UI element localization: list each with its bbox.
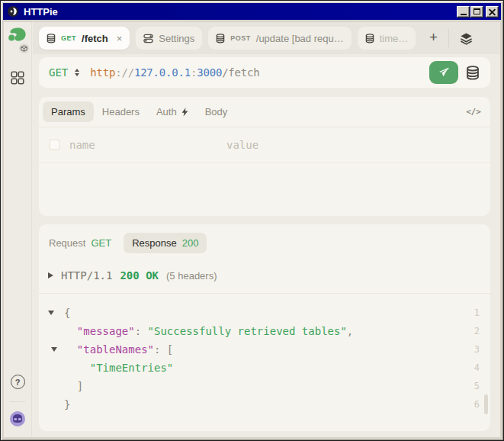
param-value-input[interactable] — [226, 139, 480, 151]
tab-title: Settings — [159, 33, 194, 44]
app-window: HTTPie — [0, 0, 504, 441]
new-tab-button[interactable]: + — [422, 30, 445, 47]
json-punct: { — [64, 304, 70, 322]
json-line: ] 5 — [48, 377, 490, 395]
tab-title: time… — [380, 33, 409, 44]
json-key: "tableNames" — [77, 340, 154, 359]
expand-headers-icon[interactable] — [48, 272, 53, 278]
tab-params[interactable]: Params — [43, 101, 94, 122]
tab-strip: GET /fetch × Settings — [33, 22, 500, 54]
json-string: "Successfully retrieved tables" — [148, 322, 347, 340]
url-host: 127.0.0.1 — [134, 66, 191, 79]
tab-body[interactable]: Body — [197, 101, 236, 122]
request-tab-label: Request — [49, 237, 85, 249]
close-button[interactable] — [486, 6, 499, 18]
tab-auth-label: Auth — [156, 106, 177, 117]
method-select[interactable]: GET — [49, 66, 68, 79]
window-title: HTTPie — [24, 6, 456, 18]
tab-method: GET — [61, 34, 76, 42]
json-line: } 6 — [48, 395, 490, 414]
line-number: 2 — [474, 322, 480, 340]
code-view-toggle[interactable]: </> — [466, 107, 481, 117]
response-status-line[interactable]: HTTP/1.1 200 OK (5 headers) — [39, 257, 490, 294]
tabstrip-divider — [448, 29, 449, 47]
method-sort-icon[interactable] — [75, 69, 79, 76]
url-separator: :// — [115, 66, 134, 79]
json-punct: } — [64, 395, 70, 414]
response-body: { 1 "message" : "Successfully retrieved … — [39, 294, 490, 414]
tab-request[interactable]: Request GET — [49, 233, 114, 253]
tab-title: /fetch — [82, 33, 108, 44]
httpie-app-icon — [7, 5, 19, 18]
json-string: "TimeEntries" — [90, 359, 174, 377]
collections-button[interactable] — [466, 66, 480, 80]
tab-update[interactable]: POST /update [bad requ… — [208, 27, 351, 50]
url-scheme: http — [90, 66, 115, 79]
workspace-grid-icon[interactable] — [11, 71, 24, 88]
url-port-separator: : — [191, 66, 197, 79]
url-bar: GET http://127.0.0.1:3000/fetch — [39, 57, 490, 88]
cube-icon — [21, 45, 27, 52]
request-editor-tabs: Params Headers Auth Body </> — [39, 97, 490, 127]
httpie-logo — [7, 27, 28, 54]
json-line: "TimeEntries" 4 — [48, 359, 490, 377]
scrollbar-thumb[interactable] — [484, 394, 488, 414]
tab-time[interactable]: time… — [358, 27, 416, 50]
collection-icon — [216, 34, 225, 43]
line-number: 1 — [474, 304, 480, 322]
tab-auth[interactable]: Auth — [148, 101, 197, 122]
fold-icon[interactable] — [48, 311, 54, 315]
line-number: 6 — [474, 395, 480, 414]
tab-response[interactable]: Response 200 — [124, 233, 207, 253]
collection-icon — [47, 34, 56, 43]
tab-method: POST — [230, 34, 251, 42]
protocol-text: HTTP/1.1 — [61, 269, 112, 282]
response-panel: Request GET Response 200 HTTP/1.1 200 OK… — [39, 224, 490, 431]
json-line: { 1 — [48, 304, 490, 322]
sidebar-divider — [10, 401, 25, 402]
json-key: "message" — [77, 322, 135, 340]
status-ok-text: 200 OK — [120, 269, 159, 282]
json-line: "message" : "Successfully retrieved tabl… — [48, 322, 490, 340]
layers-icon — [460, 32, 473, 45]
param-name-input[interactable] — [69, 139, 226, 151]
environment-badge[interactable] — [18, 43, 30, 54]
paper-plane-icon — [438, 66, 450, 79]
title-bar[interactable]: HTTPie — [3, 3, 501, 20]
avatar-creature-icon — [11, 414, 24, 424]
toggles-icon — [143, 34, 153, 43]
maximize-icon — [474, 8, 480, 14]
sidebar: ? — [4, 22, 32, 437]
response-tab-label: Response — [132, 237, 177, 249]
tab-headers[interactable]: Headers — [94, 101, 148, 122]
tab-overflow-button[interactable] — [455, 32, 477, 45]
headers-count: (5 headers) — [166, 270, 217, 282]
tab-fetch[interactable]: GET /fetch × — [39, 27, 130, 50]
help-glyph: ? — [15, 378, 21, 387]
minimize-button[interactable] — [457, 6, 470, 18]
fold-icon[interactable] — [51, 347, 57, 352]
tab-title: /update [bad requ… — [256, 33, 344, 44]
response-tabs: Request GET Response 200 — [39, 224, 490, 257]
help-icon[interactable]: ? — [11, 375, 25, 389]
collection-icon — [365, 34, 374, 43]
json-punct: : [ — [154, 340, 173, 359]
json-punct: : — [135, 322, 148, 340]
url-input[interactable]: http://127.0.0.1:3000/fetch — [90, 66, 259, 79]
url-path: /fetch — [222, 66, 259, 79]
tab-close-icon[interactable]: × — [117, 33, 123, 44]
line-number: 4 — [474, 359, 480, 377]
json-line: "tableNames" : [ 3 — [48, 340, 490, 359]
minimize-icon — [461, 14, 467, 15]
lightning-icon — [181, 108, 188, 117]
close-icon — [489, 8, 496, 15]
maximize-button[interactable] — [470, 6, 483, 18]
client-area: ? GET /fetch — [4, 22, 500, 437]
tab-settings[interactable]: Settings — [136, 27, 202, 50]
send-button[interactable] — [429, 61, 458, 84]
user-avatar[interactable] — [10, 411, 25, 427]
json-punct: , — [347, 322, 353, 340]
param-row — [39, 127, 490, 163]
line-number: 5 — [474, 377, 480, 395]
param-checkbox[interactable] — [49, 139, 60, 150]
